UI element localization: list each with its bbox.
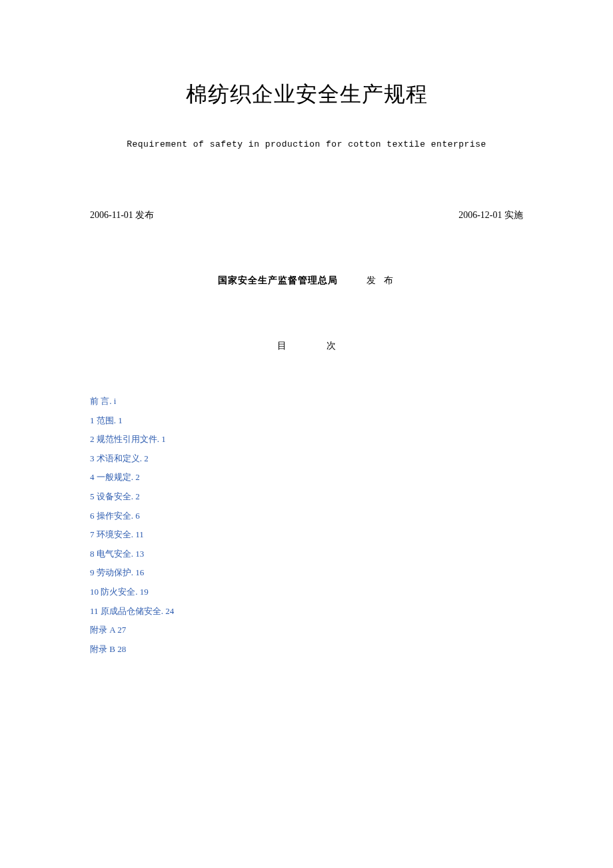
publish-date: 2006-11-01 发布 [90, 209, 154, 221]
toc-item-appendix-a[interactable]: 附录 A 27 [90, 621, 526, 640]
english-subtitle: Requirement of safety in production for … [87, 139, 526, 149]
toc-item-appendix-b[interactable]: 附录 B 28 [90, 640, 526, 659]
dates-row: 2006-11-01 发布 2006-12-01 实施 [87, 209, 526, 221]
toc-item-11[interactable]: 11 原成品仓储安全. 24 [90, 602, 526, 621]
toc-item-8[interactable]: 8 电气安全. 13 [90, 545, 526, 564]
publisher-name: 国家安全生产监督管理总局 [218, 275, 338, 285]
publisher-row: 国家安全生产监督管理总局 发 布 [87, 275, 526, 287]
toc-item-5[interactable]: 5 设备安全. 2 [90, 487, 526, 507]
toc-list: 前 言. i 1 范围. 1 2 规范性引用文件. 1 3 术语和定义. 2 4… [87, 392, 526, 659]
effective-date: 2006-12-01 实施 [458, 209, 523, 221]
toc-item-10[interactable]: 10 防火安全. 19 [90, 583, 526, 602]
publisher-action: 发 布 [366, 275, 396, 285]
toc-item-4[interactable]: 4 一般规定. 2 [90, 468, 526, 487]
toc-item-6[interactable]: 6 操作安全. 6 [90, 507, 526, 526]
toc-item-3[interactable]: 3 术语和定义. 2 [90, 449, 526, 469]
document-page: 棉纺织企业安全生产规程 Requirement of safety in pro… [0, 0, 613, 659]
toc-heading: 目次 [87, 340, 526, 352]
toc-item-preface[interactable]: 前 言. i [90, 392, 526, 411]
toc-item-1[interactable]: 1 范围. 1 [90, 411, 526, 431]
main-title: 棉纺织企业安全生产规程 [87, 80, 526, 109]
toc-item-9[interactable]: 9 劳动保护. 16 [90, 563, 526, 583]
toc-item-7[interactable]: 7 环境安全. 11 [90, 525, 526, 545]
toc-item-2[interactable]: 2 规范性引用文件. 1 [90, 430, 526, 449]
